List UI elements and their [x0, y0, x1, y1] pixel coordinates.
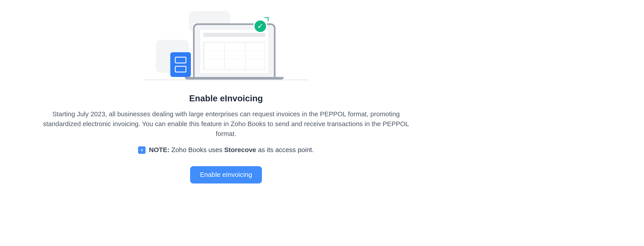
enable-einvoicing-button[interactable]: Enable eInvoicing: [190, 166, 262, 184]
hero-heading: Enable eInvoicing: [36, 94, 416, 103]
hero-description: Starting July 2023, all businesses deali…: [36, 109, 416, 139]
main-content: eInvoicing ✓ Enable eInvoicing Starting …: [0, 0, 496, 191]
checkmark-badge-icon: ✓: [253, 19, 268, 33]
note-text: NOTE: Zoho Books uses Storecove as its a…: [149, 146, 314, 154]
note-row: ≡ NOTE: Zoho Books uses Storecove as its…: [36, 146, 416, 154]
hero-section: ✓ Enable eInvoicing Starting July 2023, …: [36, 11, 416, 184]
einvoicing-illustration: ✓: [144, 11, 308, 85]
note-icon: ≡: [138, 146, 146, 154]
server-icon: [170, 52, 191, 77]
